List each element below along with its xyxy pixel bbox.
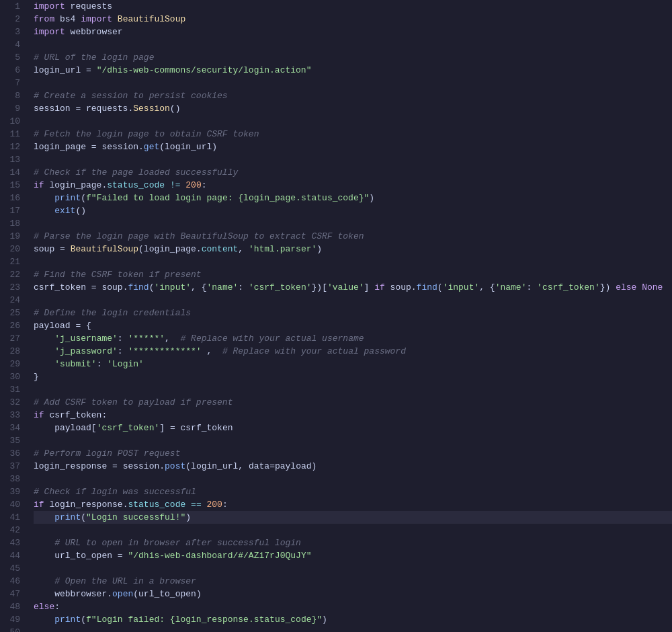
token-op: != bbox=[170, 180, 181, 190]
token-cm: # Define the login credentials bbox=[34, 308, 191, 318]
code-line: # Add CSRF token to payload if present bbox=[34, 396, 672, 409]
token-method: post bbox=[165, 461, 185, 471]
code-line: # Fetch the login page to obtain CSRF to… bbox=[34, 128, 672, 141]
token-var: soup. bbox=[385, 282, 417, 292]
line-number: 50 bbox=[5, 626, 20, 632]
token-var: session bbox=[34, 104, 71, 114]
token-str: f"Login failed: {login_response.status_c… bbox=[86, 615, 322, 625]
token-cm: # Perform login POST request bbox=[34, 448, 180, 459]
token-punc: , bbox=[238, 244, 249, 254]
token-punc: ( bbox=[81, 615, 86, 625]
code-line: # Create a session to persist cookies bbox=[34, 89, 672, 102]
line-number: 40 bbox=[5, 498, 20, 511]
line-number: 46 bbox=[5, 575, 20, 588]
token-var: url_to_open bbox=[34, 551, 112, 561]
token-var: url_to_open bbox=[138, 589, 196, 599]
token-cm: # Add CSRF token to payload if present bbox=[34, 397, 233, 407]
token-var: webbrowser bbox=[65, 27, 123, 37]
line-number: 7 bbox=[5, 77, 20, 89]
token-var: login_url bbox=[34, 65, 81, 75]
token-kw: else bbox=[616, 282, 636, 292]
token-var: payload bbox=[34, 423, 91, 433]
token-var: bs4 bbox=[54, 14, 81, 24]
code-line bbox=[34, 38, 672, 51]
line-number: 18 bbox=[5, 217, 20, 230]
line-number: 34 bbox=[5, 422, 20, 434]
token-var: csrf_token bbox=[34, 282, 86, 292]
line-number: 32 bbox=[5, 396, 20, 409]
line-number: 8 bbox=[5, 89, 20, 102]
line-number: 14 bbox=[5, 166, 20, 179]
token-var: login_response. bbox=[44, 500, 128, 510]
code-line bbox=[34, 434, 672, 447]
code-line: from bs4 import BeautifulSoup bbox=[34, 13, 672, 26]
token-punc: : bbox=[118, 346, 128, 356]
line-number: 38 bbox=[5, 473, 20, 485]
code-line: payload = { bbox=[34, 319, 672, 332]
line-number: 39 bbox=[5, 485, 20, 498]
code-line bbox=[34, 115, 672, 128]
code-line: login_response = session.post(login_url,… bbox=[34, 460, 672, 473]
code-line: # URL of the login page bbox=[34, 51, 672, 64]
token-punc: ( bbox=[81, 193, 86, 203]
code-line: print(f"Login failed: {login_response.st… bbox=[34, 613, 672, 626]
token-builtin: print bbox=[54, 512, 81, 522]
token-cm: # Fetch the login page to obtain CSRF to… bbox=[34, 129, 259, 139]
token-cm: # Replace with your actual username bbox=[180, 333, 364, 344]
code-line bbox=[34, 383, 672, 396]
token-kw: else bbox=[34, 602, 54, 612]
token-punc: : bbox=[118, 333, 128, 344]
code-line bbox=[34, 77, 672, 89]
token-var: soup. bbox=[101, 282, 128, 292]
code-line: print(f"Failed to load login page: {logi… bbox=[34, 192, 672, 204]
token-str: 'j_username' bbox=[54, 333, 118, 344]
code-content: import requestsfrom bs4 import Beautiful… bbox=[28, 0, 672, 632]
code-line: else: bbox=[34, 600, 672, 613]
code-line: # Open the URL in a browser bbox=[34, 575, 672, 588]
line-number: 26 bbox=[5, 319, 20, 332]
line-number: 49 bbox=[5, 613, 20, 626]
line-number: 11 bbox=[5, 128, 20, 141]
token-kw: if bbox=[34, 410, 44, 420]
token-cm: # URL to open in browser after successfu… bbox=[54, 538, 301, 548]
token-cm: # Open the URL in a browser bbox=[54, 576, 196, 586]
token-eq: = bbox=[86, 142, 101, 152]
token-var: session. bbox=[123, 461, 165, 471]
line-numbers: 1234567891011121314151617181920212223242… bbox=[0, 0, 28, 632]
token-op: == bbox=[191, 500, 202, 510]
token-str: 'submit' bbox=[54, 359, 96, 369]
code-line: import webbrowser bbox=[34, 26, 672, 38]
token-method: get bbox=[144, 142, 159, 152]
code-line: url_to_open = "/dhis-web-dashboard/#/AZi… bbox=[34, 549, 672, 562]
token-str: 'input' bbox=[443, 282, 480, 292]
code-line: if login_page.status_code != 200: bbox=[34, 179, 672, 192]
token-num: 200 bbox=[207, 500, 222, 510]
token-var: login_response bbox=[34, 461, 107, 471]
token-str: 'html.parser' bbox=[249, 244, 317, 254]
line-number: 10 bbox=[5, 115, 20, 128]
token-var: requests. bbox=[86, 104, 133, 114]
token-cls: BeautifulSoup bbox=[118, 14, 185, 24]
line-number: 2 bbox=[5, 13, 20, 26]
token-punc: , { bbox=[191, 282, 206, 292]
line-number: 15 bbox=[5, 179, 20, 192]
token-builtin: print bbox=[54, 193, 81, 203]
line-number: 35 bbox=[5, 434, 20, 447]
code-line: if csrf_token: bbox=[34, 409, 672, 422]
token-eq: = bbox=[54, 244, 70, 254]
token-cm: # Check if login was successful bbox=[34, 487, 196, 497]
line-number: 43 bbox=[5, 537, 20, 549]
line-number: 23 bbox=[5, 281, 20, 294]
token-var: session. bbox=[101, 142, 143, 152]
code-line bbox=[34, 217, 672, 230]
token-attr: status_code bbox=[107, 180, 165, 190]
code-line: login_url = "/dhis-web-commons/security/… bbox=[34, 64, 672, 77]
line-number: 12 bbox=[5, 141, 20, 153]
token-eq: = bbox=[269, 461, 275, 471]
token-builtin: print bbox=[54, 615, 81, 625]
token-var bbox=[636, 282, 642, 292]
token-var bbox=[34, 206, 54, 216]
line-number: 20 bbox=[5, 243, 20, 255]
line-number: 19 bbox=[5, 230, 20, 243]
token-var bbox=[112, 14, 118, 24]
